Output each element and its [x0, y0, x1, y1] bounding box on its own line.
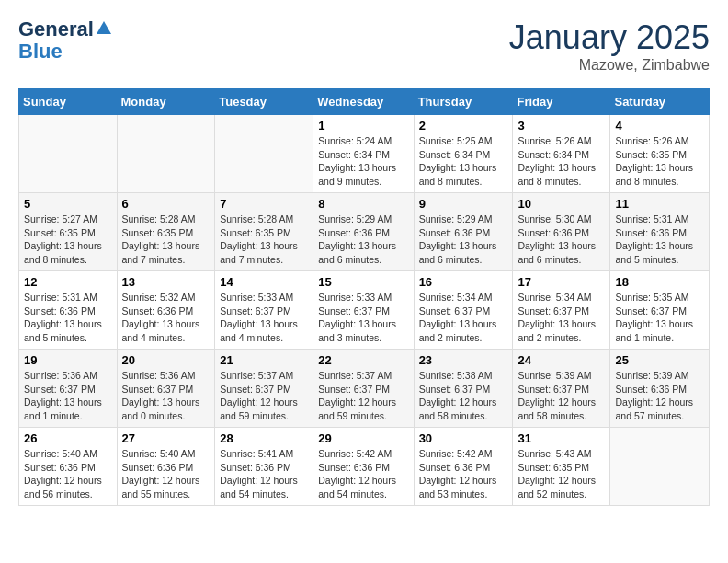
- calendar-cell: 8Sunrise: 5:29 AM Sunset: 6:36 PM Daylig…: [313, 193, 414, 271]
- day-number: 25: [615, 353, 704, 367]
- calendar-cell: 6Sunrise: 5:28 AM Sunset: 6:35 PM Daylig…: [117, 193, 215, 271]
- header-day: Monday: [117, 89, 215, 115]
- header-day: Saturday: [610, 89, 710, 115]
- day-info: Sunrise: 5:34 AM Sunset: 6:37 PM Dayligh…: [518, 291, 605, 345]
- day-info: Sunrise: 5:26 AM Sunset: 6:34 PM Dayligh…: [518, 134, 605, 189]
- calendar-cell: 28Sunrise: 5:41 AM Sunset: 6:36 PM Dayli…: [215, 428, 313, 506]
- calendar-cell: 25Sunrise: 5:39 AM Sunset: 6:36 PM Dayli…: [610, 350, 710, 428]
- day-number: 22: [318, 353, 408, 367]
- calendar-cell: 7Sunrise: 5:28 AM Sunset: 6:35 PM Daylig…: [215, 193, 313, 271]
- calendar-cell: 4Sunrise: 5:26 AM Sunset: 6:35 PM Daylig…: [610, 115, 710, 193]
- header-day: Sunday: [19, 89, 118, 115]
- calendar-week: 1Sunrise: 5:24 AM Sunset: 6:34 PM Daylig…: [19, 115, 710, 193]
- day-info: Sunrise: 5:27 AM Sunset: 6:35 PM Dayligh…: [24, 213, 112, 267]
- header-day: Thursday: [414, 89, 513, 115]
- calendar-cell: 22Sunrise: 5:37 AM Sunset: 6:37 PM Dayli…: [313, 350, 414, 428]
- calendar-cell: 9Sunrise: 5:29 AM Sunset: 6:36 PM Daylig…: [414, 193, 513, 271]
- day-number: 11: [615, 197, 704, 211]
- calendar-cell: [19, 115, 118, 193]
- calendar-cell: 10Sunrise: 5:30 AM Sunset: 6:36 PM Dayli…: [513, 193, 610, 271]
- calendar-cell: 27Sunrise: 5:40 AM Sunset: 6:36 PM Dayli…: [117, 428, 215, 506]
- day-info: Sunrise: 5:24 AM Sunset: 6:34 PM Dayligh…: [318, 134, 408, 189]
- calendar-cell: 1Sunrise: 5:24 AM Sunset: 6:34 PM Daylig…: [313, 115, 414, 193]
- calendar-cell: 15Sunrise: 5:33 AM Sunset: 6:37 PM Dayli…: [313, 271, 414, 350]
- day-number: 4: [615, 119, 704, 132]
- calendar-week: 19Sunrise: 5:36 AM Sunset: 6:37 PM Dayli…: [19, 350, 710, 428]
- calendar-cell: 13Sunrise: 5:32 AM Sunset: 6:36 PM Dayli…: [117, 271, 215, 350]
- calendar-cell: 3Sunrise: 5:26 AM Sunset: 6:34 PM Daylig…: [513, 115, 610, 193]
- day-number: 12: [24, 275, 112, 289]
- location: Mazowe, Zimbabwe: [509, 57, 710, 74]
- day-number: 9: [419, 197, 508, 211]
- calendar-cell: 17Sunrise: 5:34 AM Sunset: 6:37 PM Dayli…: [513, 271, 610, 350]
- calendar-table: SundayMondayTuesdayWednesdayThursdayFrid…: [18, 88, 710, 506]
- calendar-cell: 5Sunrise: 5:27 AM Sunset: 6:35 PM Daylig…: [19, 193, 118, 271]
- calendar-cell: 12Sunrise: 5:31 AM Sunset: 6:36 PM Dayli…: [19, 271, 118, 350]
- day-info: Sunrise: 5:33 AM Sunset: 6:37 PM Dayligh…: [220, 291, 308, 345]
- day-info: Sunrise: 5:36 AM Sunset: 6:37 PM Dayligh…: [24, 369, 112, 423]
- day-info: Sunrise: 5:42 AM Sunset: 6:36 PM Dayligh…: [318, 447, 408, 501]
- day-number: 13: [122, 275, 210, 289]
- day-number: 29: [318, 431, 408, 445]
- calendar-cell: [117, 115, 215, 193]
- day-info: Sunrise: 5:31 AM Sunset: 6:36 PM Dayligh…: [24, 291, 112, 345]
- logo-blue: Blue: [18, 40, 63, 63]
- calendar-cell: 29Sunrise: 5:42 AM Sunset: 6:36 PM Dayli…: [313, 428, 414, 506]
- header-day: Friday: [513, 89, 610, 115]
- day-info: Sunrise: 5:28 AM Sunset: 6:35 PM Dayligh…: [122, 213, 210, 267]
- day-info: Sunrise: 5:29 AM Sunset: 6:36 PM Dayligh…: [419, 213, 508, 267]
- day-number: 5: [24, 197, 112, 211]
- day-number: 30: [419, 431, 508, 445]
- logo-icon: [96, 19, 112, 36]
- day-number: 23: [419, 353, 508, 367]
- day-number: 24: [518, 353, 605, 367]
- day-number: 3: [518, 119, 605, 132]
- day-number: 20: [122, 353, 210, 367]
- day-number: 15: [318, 275, 408, 289]
- calendar-cell: 26Sunrise: 5:40 AM Sunset: 6:36 PM Dayli…: [19, 428, 118, 506]
- day-info: Sunrise: 5:33 AM Sunset: 6:37 PM Dayligh…: [318, 291, 408, 345]
- calendar-cell: 20Sunrise: 5:36 AM Sunset: 6:37 PM Dayli…: [117, 350, 215, 428]
- day-number: 2: [419, 119, 508, 132]
- day-number: 1: [318, 119, 408, 132]
- page-header: General Blue January 2025 Mazowe, Zimbab…: [18, 18, 710, 74]
- day-info: Sunrise: 5:32 AM Sunset: 6:36 PM Dayligh…: [122, 291, 210, 345]
- day-info: Sunrise: 5:40 AM Sunset: 6:36 PM Dayligh…: [24, 447, 112, 501]
- day-info: Sunrise: 5:34 AM Sunset: 6:37 PM Dayligh…: [419, 291, 508, 345]
- logo: General Blue: [18, 18, 112, 63]
- day-number: 17: [518, 275, 605, 289]
- calendar-cell: 14Sunrise: 5:33 AM Sunset: 6:37 PM Dayli…: [215, 271, 313, 350]
- day-number: 21: [220, 353, 308, 367]
- day-info: Sunrise: 5:36 AM Sunset: 6:37 PM Dayligh…: [122, 369, 210, 423]
- day-info: Sunrise: 5:35 AM Sunset: 6:37 PM Dayligh…: [615, 291, 704, 345]
- day-info: Sunrise: 5:29 AM Sunset: 6:36 PM Dayligh…: [318, 213, 408, 267]
- day-info: Sunrise: 5:26 AM Sunset: 6:35 PM Dayligh…: [615, 134, 704, 189]
- day-number: 31: [518, 431, 605, 445]
- day-info: Sunrise: 5:25 AM Sunset: 6:34 PM Dayligh…: [419, 134, 508, 189]
- calendar-cell: 19Sunrise: 5:36 AM Sunset: 6:37 PM Dayli…: [19, 350, 118, 428]
- day-info: Sunrise: 5:43 AM Sunset: 6:35 PM Dayligh…: [518, 447, 605, 501]
- calendar-cell: 23Sunrise: 5:38 AM Sunset: 6:37 PM Dayli…: [414, 350, 513, 428]
- day-info: Sunrise: 5:41 AM Sunset: 6:36 PM Dayligh…: [220, 447, 308, 501]
- day-info: Sunrise: 5:31 AM Sunset: 6:36 PM Dayligh…: [615, 213, 704, 267]
- day-number: 10: [518, 197, 605, 211]
- day-number: 6: [122, 197, 210, 211]
- svg-marker-0: [97, 21, 111, 34]
- calendar-cell: 24Sunrise: 5:39 AM Sunset: 6:37 PM Dayli…: [513, 350, 610, 428]
- calendar-week: 12Sunrise: 5:31 AM Sunset: 6:36 PM Dayli…: [19, 271, 710, 350]
- day-number: 14: [220, 275, 308, 289]
- calendar-week: 5Sunrise: 5:27 AM Sunset: 6:35 PM Daylig…: [19, 193, 710, 271]
- calendar-cell: 2Sunrise: 5:25 AM Sunset: 6:34 PM Daylig…: [414, 115, 513, 193]
- day-number: 28: [220, 431, 308, 445]
- calendar-header: SundayMondayTuesdayWednesdayThursdayFrid…: [19, 89, 710, 115]
- month-title: January 2025: [509, 18, 710, 57]
- day-info: Sunrise: 5:40 AM Sunset: 6:36 PM Dayligh…: [122, 447, 210, 501]
- day-number: 16: [419, 275, 508, 289]
- logo-general: General: [18, 18, 94, 40]
- header-day: Wednesday: [313, 89, 414, 115]
- calendar-body: 1Sunrise: 5:24 AM Sunset: 6:34 PM Daylig…: [19, 115, 710, 506]
- calendar-cell: 16Sunrise: 5:34 AM Sunset: 6:37 PM Dayli…: [414, 271, 513, 350]
- day-number: 8: [318, 197, 408, 211]
- calendar-cell: [610, 428, 710, 506]
- calendar-cell: [215, 115, 313, 193]
